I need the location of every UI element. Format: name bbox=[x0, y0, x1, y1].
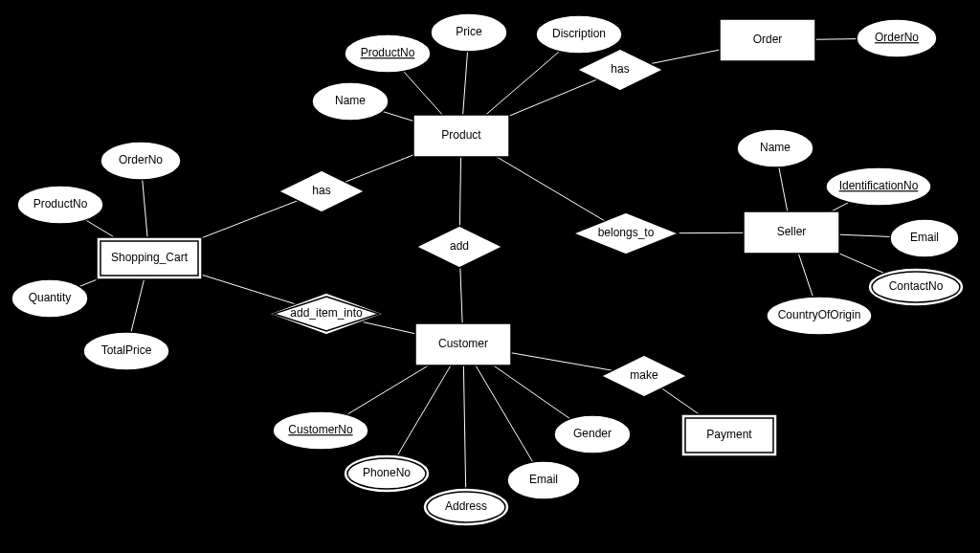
attribute-gender: Gender bbox=[554, 415, 631, 453]
attribute-label: PhoneNo bbox=[363, 466, 411, 479]
attribute-label: IdentificationNo bbox=[839, 179, 919, 192]
relationship-add: add bbox=[416, 226, 502, 268]
attribute-label: Name bbox=[335, 94, 366, 107]
attribute-cart_totalprice: TotalPrice bbox=[83, 332, 169, 370]
entity-customer: Customer bbox=[415, 323, 511, 365]
attribute-label: Quantity bbox=[29, 291, 72, 304]
attribute-label: Email bbox=[910, 231, 939, 244]
attribute-orderno: OrderNo bbox=[857, 19, 937, 57]
attribute-label: CountryOfOrigin bbox=[778, 308, 861, 321]
attribute-email_cust: Email bbox=[507, 461, 580, 499]
attribute-label: OrderNo bbox=[119, 153, 163, 166]
attribute-label: CustomerNo bbox=[288, 423, 353, 436]
attribute-label: Price bbox=[456, 25, 482, 38]
entity-payment: Payment bbox=[681, 414, 777, 456]
attribute-label: Address bbox=[445, 499, 487, 513]
attribute-label: Gender bbox=[573, 427, 612, 440]
entity-order: Order bbox=[720, 19, 815, 61]
svg-line-24 bbox=[463, 344, 466, 507]
entity-label: Product bbox=[441, 128, 481, 142]
relationship-label: add bbox=[450, 239, 469, 253]
entity-label: Seller bbox=[777, 225, 807, 238]
attribute-label: ProductNo bbox=[33, 197, 88, 210]
relationship-label: has bbox=[611, 62, 629, 76]
entity-seller: Seller bbox=[744, 211, 839, 254]
entity-label: Shopping_Cart bbox=[111, 251, 189, 264]
attribute-label: Name bbox=[760, 141, 791, 154]
relationship-label: belongs_to bbox=[598, 226, 655, 239]
relationship-has_product_cart: has bbox=[278, 170, 365, 212]
attribute-cart_quantity: Quantity bbox=[11, 279, 88, 318]
attribute-email_seller: Email bbox=[890, 219, 959, 257]
relationship-label: make bbox=[630, 368, 658, 382]
entity-product: Product bbox=[413, 115, 509, 157]
attribute-contactno: ContactNo bbox=[868, 268, 964, 306]
attribute-name_seller: Name bbox=[737, 129, 813, 167]
relationship-label: has bbox=[312, 184, 330, 197]
attribute-discription: Discription bbox=[536, 15, 622, 54]
relationship-belongs_to: belongs_to bbox=[573, 212, 679, 254]
attribute-cart_orderno: OrderNo bbox=[100, 142, 181, 180]
relationship-has_product_seller: has bbox=[577, 49, 663, 91]
attribute-name_product: Name bbox=[312, 82, 389, 121]
attribute-cart_productno: ProductNo bbox=[17, 186, 103, 224]
attribute-label: Email bbox=[529, 473, 558, 486]
relationship-add_item_into: add_item_into bbox=[269, 293, 384, 335]
attribute-identno: IdentificationNo bbox=[826, 167, 931, 206]
attribute-address: Address bbox=[423, 488, 509, 526]
entity-label: Order bbox=[753, 33, 783, 46]
relationship-make: make bbox=[601, 355, 687, 397]
relationship-label: add_item_into bbox=[290, 306, 363, 320]
attribute-label: TotalPrice bbox=[101, 343, 152, 357]
attribute-customerno: CustomerNo bbox=[273, 411, 368, 450]
entity-shopping_cart: Shopping_Cart bbox=[97, 237, 202, 279]
attribute-productno: ProductNo bbox=[345, 34, 431, 73]
attribute-label: ContactNo bbox=[889, 279, 944, 293]
attribute-price: Price bbox=[431, 13, 507, 52]
attribute-label: ProductNo bbox=[361, 46, 415, 59]
er-diagram: ProductCustomerSellerOrderPaymentShoppin… bbox=[0, 0, 980, 553]
attribute-phoneno: PhoneNo bbox=[344, 454, 430, 493]
attribute-label: OrderNo bbox=[875, 31, 919, 44]
attribute-country: CountryOfOrigin bbox=[767, 297, 872, 335]
attribute-label: Discription bbox=[552, 27, 606, 40]
entity-label: Payment bbox=[706, 428, 752, 441]
entity-label: Customer bbox=[438, 337, 488, 350]
